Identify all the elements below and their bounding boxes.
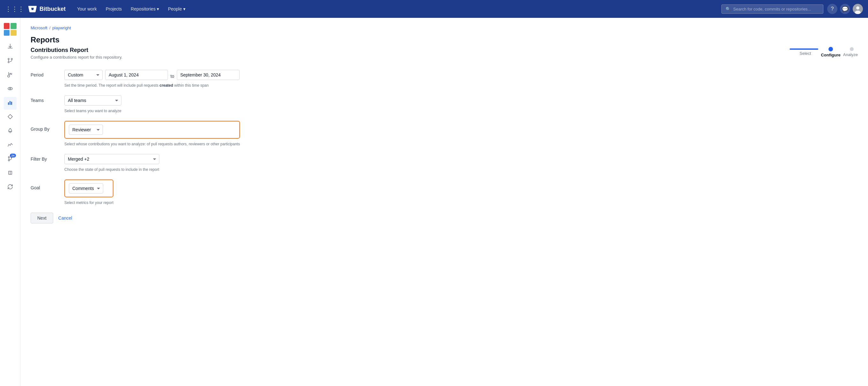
refresh-icon bbox=[7, 184, 13, 191]
step-configure: Configure bbox=[821, 47, 840, 57]
top-actions: ? 💬 bbox=[827, 4, 863, 14]
date-to-label: to bbox=[170, 71, 174, 79]
group-by-controls: Reviewer Author Participant Select whose… bbox=[64, 121, 240, 146]
svg-rect-9 bbox=[9, 101, 10, 105]
goal-select[interactable]: Comments Reviews Approvals bbox=[69, 183, 103, 194]
step-configure-label: Configure bbox=[821, 53, 840, 57]
sidebar-item-refresh[interactable] bbox=[4, 181, 17, 194]
filter-by-row: Filter By Merged +2 Merged Open Declined… bbox=[31, 154, 285, 172]
logo-red-quad bbox=[4, 23, 10, 29]
people-chevron-icon: ▾ bbox=[183, 6, 185, 11]
sidebar-item-forks[interactable] bbox=[4, 167, 17, 180]
grid-menu-icon[interactable]: ⋮⋮⋮ bbox=[5, 5, 24, 13]
bitbucket-logo-icon bbox=[28, 4, 37, 13]
date-to-input[interactable] bbox=[177, 70, 240, 80]
goal-label: Goal bbox=[31, 179, 59, 190]
period-select[interactable]: Custom Last 7 days Last 30 days Last 90 … bbox=[64, 70, 103, 80]
eye-icon bbox=[7, 86, 13, 93]
search-icon: 🔍 bbox=[725, 7, 731, 11]
period-label: Period bbox=[31, 70, 59, 78]
step-configure-circle bbox=[829, 47, 833, 51]
pull-request-icon bbox=[7, 58, 13, 65]
breadcrumb-repo[interactable]: playwright bbox=[52, 26, 71, 30]
filter-by-hint: Choose the state of pull requests to inc… bbox=[64, 167, 159, 172]
step-analyze-circle bbox=[850, 47, 854, 51]
svg-rect-8 bbox=[8, 102, 9, 105]
teams-row: Teams All teams Team A Team B Select tea… bbox=[31, 95, 285, 113]
rocket-icon bbox=[7, 128, 13, 135]
section-title: Contributions Report bbox=[31, 47, 858, 54]
teams-label: Teams bbox=[31, 95, 59, 103]
nav-your-work[interactable]: Your work bbox=[73, 4, 101, 14]
goal-hint: Select metrics for your report bbox=[64, 201, 114, 205]
page-title: Reports bbox=[31, 35, 858, 44]
search-bar[interactable]: 🔍 Search for code, commits or repositori… bbox=[721, 4, 824, 14]
group-by-highlight: Reviewer Author Participant bbox=[64, 121, 240, 139]
nav-links: Your work Projects Repositories ▾ People… bbox=[73, 4, 721, 14]
goal-highlight: Comments Reviews Approvals bbox=[64, 179, 114, 197]
step-select: Select bbox=[789, 49, 821, 56]
sidebar-logo bbox=[4, 23, 17, 36]
progress-steps: Select Configure bbox=[789, 47, 858, 57]
breadcrumb-separator: / bbox=[50, 26, 51, 30]
next-button[interactable]: Next bbox=[31, 213, 53, 224]
nav-people[interactable]: People ▾ bbox=[164, 4, 189, 14]
breadcrumb: Microsoft / playwright bbox=[31, 26, 858, 30]
period-hint: Set the time period. The report will inc… bbox=[64, 83, 240, 88]
teams-controls: All teams Team A Team B Select teams you… bbox=[64, 95, 121, 113]
help-button[interactable]: ? bbox=[827, 4, 837, 14]
step-select-label: Select bbox=[800, 51, 811, 56]
logo-green-quad bbox=[10, 23, 17, 29]
group-by-label: Group By bbox=[31, 121, 59, 131]
teams-select[interactable]: All teams Team A Team B bbox=[64, 95, 121, 106]
main-content: Microsoft / playwright Reports Contribut… bbox=[21, 18, 868, 386]
group-by-hint: Select whose contributions you want to a… bbox=[64, 142, 240, 146]
diamond-icon bbox=[7, 114, 13, 121]
step-select-line bbox=[789, 49, 818, 50]
form-section: Period Custom Last 7 days Last 30 days L… bbox=[31, 70, 285, 224]
sidebar-item-commits[interactable]: 24 bbox=[4, 153, 17, 166]
filter-by-label: Filter By bbox=[31, 154, 59, 161]
sidebar-item-source[interactable] bbox=[4, 41, 17, 54]
fork-icon bbox=[7, 170, 13, 177]
sidebar-item-pullrequests[interactable] bbox=[4, 55, 17, 67]
logo-yellow-quad bbox=[10, 30, 17, 36]
analytics-icon bbox=[7, 142, 13, 149]
commit-badge: 24 bbox=[10, 154, 16, 157]
filter-by-controls: Merged +2 Merged Open Declined Choose th… bbox=[64, 154, 159, 172]
period-row: Period Custom Last 7 days Last 30 days L… bbox=[31, 70, 285, 88]
sidebar: 24 bbox=[0, 18, 21, 386]
sidebar-item-deployments[interactable] bbox=[4, 125, 17, 138]
period-controls: Custom Last 7 days Last 30 days Last 90 … bbox=[64, 70, 240, 88]
nav-repositories[interactable]: Repositories ▾ bbox=[127, 4, 163, 14]
cancel-button[interactable]: Cancel bbox=[57, 213, 73, 223]
breadcrumb-org[interactable]: Microsoft bbox=[31, 26, 48, 30]
chat-button[interactable]: 💬 bbox=[840, 4, 850, 14]
group-by-select[interactable]: Reviewer Author Participant bbox=[69, 125, 103, 135]
sidebar-item-branches[interactable] bbox=[4, 69, 17, 82]
nav-projects[interactable]: Projects bbox=[102, 4, 126, 14]
sidebar-item-analytics[interactable] bbox=[4, 139, 17, 152]
teams-hint: Select teams you want to analyze bbox=[64, 109, 121, 113]
sidebar-item-pipelines[interactable] bbox=[4, 111, 17, 124]
goal-row: Goal Comments Reviews Approvals Select m… bbox=[31, 179, 285, 205]
logo[interactable]: Bitbucket bbox=[28, 4, 66, 13]
search-placeholder: Search for code, commits or repositories… bbox=[733, 7, 811, 11]
repositories-chevron-icon: ▾ bbox=[157, 6, 159, 11]
section-desc: Configure a contributions report for thi… bbox=[31, 55, 858, 60]
filter-by-select[interactable]: Merged +2 Merged Open Declined bbox=[64, 154, 159, 164]
sidebar-item-watch[interactable] bbox=[4, 83, 17, 96]
header-area: Contributions Report Configure a contrib… bbox=[31, 47, 858, 60]
logo-text: Bitbucket bbox=[39, 6, 66, 12]
user-avatar[interactable] bbox=[853, 4, 863, 14]
date-from-input[interactable] bbox=[105, 70, 168, 80]
svg-point-1 bbox=[856, 6, 859, 9]
sidebar-item-reports[interactable] bbox=[4, 97, 17, 110]
avatar-image bbox=[853, 4, 863, 14]
branches-icon bbox=[7, 72, 13, 79]
app-layout: 24 Microsoft / playwright Reports Contri… bbox=[0, 18, 868, 386]
step-analyze-label: Analyze bbox=[843, 52, 858, 57]
group-by-row: Group By Reviewer Author Participant Sel… bbox=[31, 121, 285, 146]
logo-blue-quad bbox=[4, 30, 10, 36]
download-icon bbox=[7, 44, 13, 51]
